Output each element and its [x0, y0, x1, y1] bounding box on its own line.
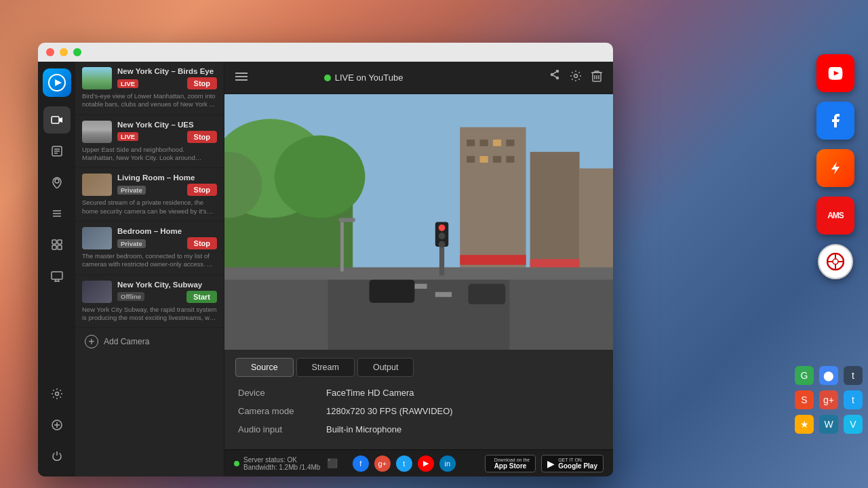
- svg-rect-58: [435, 292, 452, 297]
- minimize-button[interactable]: [60, 48, 68, 56]
- camera-desc-nyc-birds: Bird's-eye view of Lower Manhattan, zoom…: [82, 92, 217, 109]
- svg-rect-48: [479, 140, 488, 146]
- svg-rect-59: [224, 267, 613, 279]
- svg-rect-68: [530, 259, 580, 267]
- live-indicator: LIVE on YouTube: [324, 73, 403, 83]
- thunder-app-icon[interactable]: [816, 149, 854, 187]
- googleplay-button[interactable]: ▶ GET IT ON Google Play: [541, 455, 604, 472]
- appstore-sub: Download on the: [494, 458, 530, 462]
- googleplay-sub: GET IT ON: [558, 458, 597, 462]
- footer: Server status: OK Bandwidth: 1.2Mb /1.4M…: [224, 449, 613, 476]
- settings-icon[interactable]: [570, 70, 582, 85]
- camera-mode-label: Camera mode: [238, 406, 326, 416]
- youtube-app-icon[interactable]: [816, 54, 854, 92]
- googleplay-text: GET IT ON Google Play: [558, 458, 597, 470]
- camera-item-nyc-ues[interactable]: New York City – UES LIVE Stop Upper East…: [75, 115, 224, 169]
- close-button[interactable]: [46, 48, 54, 56]
- delete-icon[interactable]: [591, 70, 602, 85]
- sidebar-icon-cameras[interactable]: [43, 106, 71, 134]
- tab-source[interactable]: Source: [235, 358, 294, 377]
- sidebar-icon-monitor[interactable]: [43, 262, 71, 289]
- info-panel: Device FaceTime HD Camera Camera mode 12…: [224, 377, 613, 449]
- sidebar: [38, 62, 75, 476]
- sidebar-icon-settings[interactable]: [43, 380, 71, 407]
- info-row-camera-mode: Camera mode 868x488 30 FPS (RAWVIDEO): [238, 406, 599, 416]
- appstore-button[interactable]: Download on the App Store: [485, 455, 536, 472]
- sidebar-icon-news[interactable]: [43, 138, 71, 165]
- mini-vimeo-icon[interactable]: V: [844, 415, 863, 434]
- sidebar-icon-grid[interactable]: [43, 231, 71, 258]
- social-youtube-icon[interactable]: ▶: [418, 455, 434, 472]
- mini-twitter-icon[interactable]: t: [844, 390, 863, 409]
- svg-rect-13: [58, 240, 62, 244]
- maximize-button[interactable]: [73, 48, 81, 56]
- stop-button-living[interactable]: Stop: [187, 184, 217, 196]
- stop-button-nyc-ues[interactable]: Stop: [187, 131, 217, 143]
- info-row-device: Device FaceTime HD Camera: [238, 388, 599, 398]
- mini-star-icon[interactable]: ★: [795, 415, 814, 434]
- svg-rect-54: [506, 156, 514, 163]
- social-links: f g+ t ▶ in: [353, 455, 456, 472]
- camera-name-nyc-birds: New York City – Birds Eye: [117, 67, 217, 75]
- svg-point-66: [439, 241, 446, 247]
- svg-rect-60: [370, 280, 415, 303]
- stop-button-nyc-birds[interactable]: Stop: [187, 77, 217, 89]
- live-text: LIVE on YouTube: [335, 73, 403, 83]
- tab-stream[interactable]: Stream: [296, 358, 355, 377]
- social-twitter-icon[interactable]: t: [396, 455, 412, 472]
- sidebar-icon-location[interactable]: [43, 169, 71, 196]
- camera-item-bedroom[interactable]: Bedroom – Home Private Stop The master b…: [75, 222, 224, 275]
- camera-thumb-nyc-ues: [82, 121, 112, 143]
- camera-item-subway[interactable]: New York City, Subway Offline Start New …: [75, 275, 224, 329]
- sidebar-icon-list[interactable]: [43, 200, 71, 227]
- camera-info-nyc-ues: New York City – UES LIVE Stop: [117, 121, 217, 143]
- title-bar: [38, 43, 613, 62]
- share-icon[interactable]: [548, 70, 560, 85]
- tab-output[interactable]: Output: [357, 358, 414, 377]
- sidebar-icon-power[interactable]: [43, 443, 71, 470]
- add-camera-button[interactable]: + Add Camera: [75, 328, 224, 355]
- mini-stumble-icon[interactable]: S: [795, 390, 814, 409]
- social-googleplus-icon[interactable]: g+: [374, 455, 391, 472]
- stop-button-bedroom[interactable]: Stop: [187, 237, 217, 249]
- camera-item-nyc-birds[interactable]: New York City – Birds Eye LIVE Stop Bird…: [75, 62, 224, 115]
- facebook-app-icon[interactable]: [816, 102, 854, 140]
- server-status-text: Server status: OK Bandwidth: 1.2Mb /1.4M…: [243, 456, 320, 471]
- camera-desc-living: Secured stream of a private residence, t…: [82, 199, 217, 216]
- status-badge-subway: Offline: [117, 292, 144, 301]
- svg-rect-12: [52, 240, 56, 244]
- mini-gplus-icon[interactable]: g+: [819, 390, 838, 409]
- bottom-app-icons: G ⬤ t S g+ t ★ W V: [795, 366, 863, 434]
- camera-thumb-bedroom: [82, 227, 112, 249]
- server-status-dot: [234, 461, 239, 466]
- audio-input-label: Audio input: [238, 424, 326, 434]
- right-app-icons: AMS: [816, 54, 854, 279]
- start-button-subway[interactable]: Start: [186, 291, 217, 303]
- svg-rect-53: [493, 156, 501, 163]
- bottom-apps-row-1: G ⬤ t: [795, 366, 863, 385]
- mini-tumblr-icon[interactable]: t: [844, 366, 863, 385]
- app-window: New York City – Birds Eye LIVE Stop Bird…: [38, 43, 613, 476]
- svg-point-20: [55, 392, 58, 396]
- camera-info-subway: New York City, Subway Offline Start: [117, 281, 217, 303]
- svg-rect-70: [339, 218, 355, 222]
- camera-name-bedroom: Bedroom – Home: [117, 227, 217, 235]
- status-badge-living: Private: [117, 186, 146, 195]
- s5-app-icon[interactable]: [818, 244, 853, 279]
- social-facebook-icon[interactable]: f: [353, 455, 369, 472]
- ams-app-icon[interactable]: AMS: [816, 197, 854, 235]
- mini-chrome-icon[interactable]: ⬤: [819, 366, 838, 385]
- live-dot: [324, 75, 331, 81]
- menu-icon[interactable]: [235, 72, 248, 84]
- camera-thumb-nyc-birds: [82, 67, 112, 89]
- sidebar-icon-add[interactable]: [43, 411, 71, 439]
- svg-rect-49: [493, 140, 501, 146]
- camera-item-living-room[interactable]: Living Room – Home Private Stop Secured …: [75, 168, 224, 222]
- mini-g-icon[interactable]: G: [795, 366, 814, 385]
- social-linkedin-icon[interactable]: in: [439, 455, 456, 472]
- device-label: Device: [238, 388, 326, 398]
- app-logo[interactable]: [43, 68, 71, 97]
- mini-wp-icon[interactable]: W: [819, 415, 838, 434]
- add-camera-label: Add Camera: [104, 337, 149, 346]
- camera-name-nyc-ues: New York City – UES: [117, 121, 217, 129]
